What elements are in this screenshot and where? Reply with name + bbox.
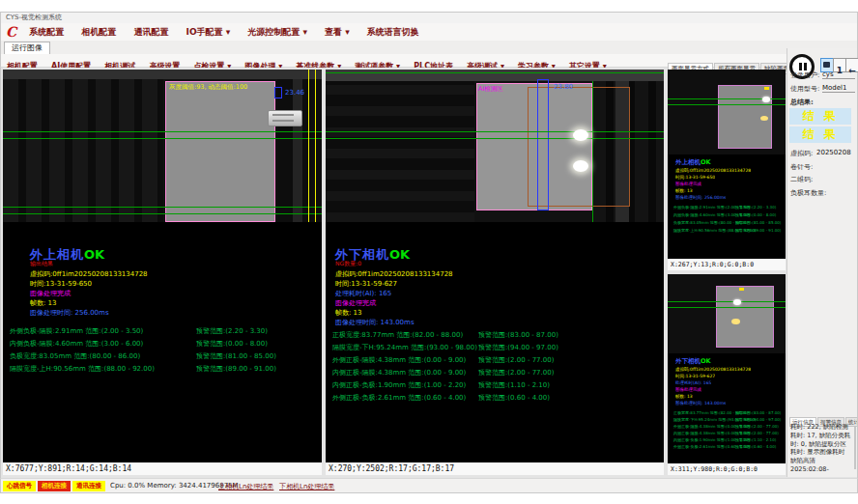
thumb-measure-row: 隔膜宽度-上H:90.56mm 范围:(88.00 - 92.00)预警范围:(…	[673, 228, 786, 233]
thumb-time: 时间:13-31-59-650	[675, 175, 715, 180]
menu-io-config[interactable]: IO手配置 ▾	[186, 23, 231, 41]
measure-marker-box	[274, 87, 282, 98]
lower-camera-result-link[interactable]: 下相机Ln处理结果	[279, 482, 334, 491]
measure-row: 负极宽度:83.05mm 范围:(80.00 - 86.00)预警范围:(81.…	[3, 351, 322, 361]
guide-line-v1	[592, 81, 593, 222]
menu-camera-config[interactable]: 相机配置	[81, 23, 116, 41]
thumb-title: 外下相机OK	[675, 357, 711, 366]
ai-region-label: AI检测区	[478, 85, 503, 94]
barcode-line: 虚拟码:0ff1im20250208133134728	[335, 269, 453, 279]
comm-connection-badge: 通讯连接	[72, 481, 105, 491]
run-info-text: 耗时: 222, 缺陷检测耗时: 17, 缺陷分类耗时: 0, 缺陷提取分区耗时…	[790, 423, 852, 475]
threshold-label: 灰度阈值:93, 动态阈值:100	[169, 83, 247, 92]
tab-count-label: 负极耳数量:	[790, 188, 826, 198]
window-title: CYS-视觉检测系统	[6, 14, 62, 21]
measure-row: 隔膜宽度-上H:90.56mm 范围:(88.00 - 92.00)预警范围:(…	[3, 364, 322, 374]
reflection-spot2	[573, 160, 588, 172]
model-value[interactable]: Model1	[822, 84, 855, 93]
result-sub-label: NG数量:0	[335, 260, 361, 268]
guide-line-h4	[3, 213, 322, 214]
guide-line-h2	[3, 138, 322, 139]
measure-row: 隔膜宽度-下H:95.24mm 范围:(93.00 - 98.00)预警范围:(…	[326, 343, 664, 352]
upper-camera-result-link[interactable]: 上相机Ln处理结果	[218, 482, 273, 491]
thumb-barcode: 虚拟码:0ff1im20250208133134728	[675, 367, 751, 372]
camera-image-lower[interactable]: AI检测区 23.80	[326, 70, 664, 222]
status-bar: 心跳信号 相机连接 通讯连接 Cpu: 0.0% Memory: 3424.41…	[0, 478, 858, 493]
connector-clip	[268, 110, 302, 126]
thumb-spot2	[731, 319, 740, 324]
right-sidebar: 1 ← 登录用户: cys 使用型号: Model1 总结果: 结 果 结 果 …	[786, 48, 857, 477]
process-time-line: 图像处理时间: 256.00ms	[30, 308, 109, 318]
thumb-measure-row: 隔膜宽度-下H:95.24mm 范围:(93.00 - 98.00)预警范围:(…	[673, 417, 786, 422]
thumb-measure-row: 外侧正极-隔膜:4.38mm 范围:(0.00 - 9.00)预警范围:(2.0…	[673, 424, 786, 429]
measure-row: 外侧正极-隔膜:4.38mm 范围:(0.00 - 9.00)预警范围:(2.0…	[326, 355, 664, 365]
image-top-band	[326, 70, 664, 81]
pause-icon	[799, 63, 802, 70]
thumbnail-upper[interactable]: 外上相机OK 虚拟码:0ff1im20250208133134728 时间:13…	[668, 70, 786, 270]
result-ok-label: OK	[389, 247, 410, 262]
menu-language-switch[interactable]: 系统语言切换	[367, 23, 419, 41]
login-user-label: 登录用户:	[790, 70, 819, 80]
thumb-image	[668, 274, 786, 353]
camera-connection-badge: 相机连接	[38, 481, 71, 491]
menu-light-control[interactable]: 光源控制配置 ▾	[247, 23, 307, 41]
camera-panel-upper: 灰度阈值:93, 动态阈值:100 23.46 外上相机OK 输出结果 虚拟码:	[3, 70, 322, 475]
image-left-texture	[326, 81, 474, 222]
thumb-electrode	[716, 286, 774, 348]
thumb-barcode: 虚拟码:0ff1im20250208133134728	[675, 168, 751, 173]
thumb-measure-row: 正极宽度:83.77mm 范围:(82.00 - 88.00)预警范围:(83.…	[673, 410, 786, 415]
app-logo-icon: C	[6, 23, 16, 41]
result-badge-lower: 结 果	[789, 126, 851, 143]
thumb-image	[668, 70, 786, 154]
yellow-guide-v1	[308, 70, 309, 222]
title-bar: CYS-视觉检测系统	[0, 12, 858, 23]
image-top-band	[3, 70, 322, 79]
guide-line-h1	[326, 131, 664, 132]
thumb-frames: 帧数: 13	[675, 394, 693, 399]
measure-row: 内侧正极-负极:1.90mm 范围:(1.00 - 2.20)预警范围:(1.1…	[326, 380, 664, 390]
barcode-value: 20250208	[816, 149, 851, 156]
measure-row: 内侧正极-隔膜:4.38mm 范围:(0.00 - 9.00)预警范围:(2.0…	[326, 368, 664, 378]
measure-marker-box	[537, 79, 549, 210]
frames-line: 帧数: 13	[335, 308, 362, 318]
coordinate-readout: X:7677;Y:891;R:14;G:14;B:14	[3, 462, 322, 475]
thumb-measure-row: 内侧正极-隔膜:4.38mm 范围:(0.00 - 9.00)预警范围:(2.0…	[673, 431, 786, 435]
thumb-done: 图像处理完成	[675, 387, 701, 392]
image-right-band	[293, 79, 302, 222]
menu-view[interactable]: 查看 ▾	[325, 23, 350, 41]
reflection-spot1	[573, 129, 588, 141]
measure-marker-label: 23.80	[554, 83, 573, 91]
tab-run-image[interactable]: 运行图像	[4, 42, 50, 55]
ai-time-line: 处理耗时(AI): 165	[335, 289, 391, 298]
qr-code-label: 二维码:	[790, 175, 813, 184]
measure-row: 外侧正极-负极:2.61mm 范围:(0.60 - 4.00)预警范围:(0.6…	[326, 393, 664, 403]
electrode-region	[165, 81, 275, 222]
result-ok-label: OK	[84, 247, 104, 262]
login-user-value[interactable]: cys	[822, 70, 855, 79]
menu-comm-config[interactable]: 通讯配置	[133, 23, 168, 41]
thumb-measure-row: 外侧负极-隔膜:2.91mm 范围:(2.00 - 3.50)预警范围:(2.2…	[673, 205, 786, 210]
thumb-coordinate-readout: X:267;Y:13;R:0;G:0;B:0	[668, 259, 786, 270]
result-sub-label: 输出结果	[30, 260, 53, 268]
pin-number-label: 卷针号:	[790, 162, 813, 172]
guide-line-top	[326, 72, 664, 73]
barcode-label: 虚拟码:	[790, 149, 813, 158]
info-scrollbar[interactable]	[854, 427, 856, 469]
result-badge-upper: 结 果	[789, 108, 851, 125]
model-label: 使用型号:	[790, 84, 819, 94]
time-line: 时间:13-31-59-627	[335, 279, 397, 289]
thumb-measure-row: 外侧正极-负极:2.61mm 范围:(0.60 - 4.00)预警范围:(0.6…	[673, 444, 786, 449]
thumb-ptime: 图像处理时间: 256.00ms	[675, 195, 726, 200]
thumb-ptime: 图像处理时间: 143.00ms	[675, 401, 726, 406]
frames-line: 帧数: 13	[30, 298, 57, 308]
menu-system-config[interactable]: 系统配置	[29, 23, 64, 41]
process-done-line: 图像处理完成	[30, 289, 71, 298]
thumb-measure-row: 负极宽度:83.05mm 范围:(80.00 - 86.00)预警范围:(81.…	[673, 220, 786, 225]
camera-image-upper[interactable]: 灰度阈值:93, 动态阈值:100 23.46	[3, 70, 322, 222]
thumbnail-lower[interactable]: 外下相机OK 虚拟码:0ff1im20250208133134728 时间:13…	[668, 274, 786, 475]
thumb-mark	[739, 288, 744, 291]
thumb-spot2	[760, 116, 768, 121]
thumb-spot1	[762, 97, 770, 102]
main-area: 灰度阈值:93, 动态阈值:100 23.46 外上相机OK 输出结果 虚拟码:	[0, 68, 858, 478]
thumb-guide-h1	[668, 301, 786, 302]
